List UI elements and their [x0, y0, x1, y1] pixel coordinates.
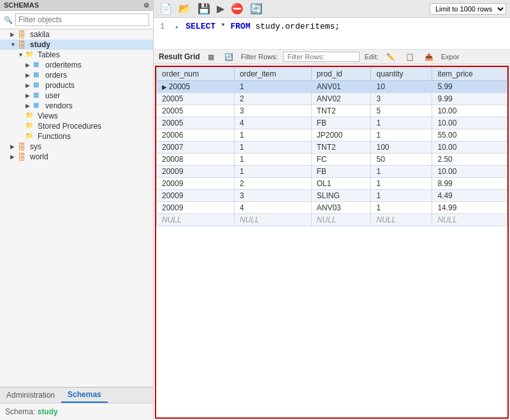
cell-item_price: 5.99 — [432, 81, 507, 93]
toolbar-btn-stop[interactable]: ⛔ — [229, 2, 245, 15]
table-row[interactable]: 200054FB110.00 — [157, 117, 507, 129]
table-row[interactable]: 200071TNT210010.00 — [157, 141, 507, 154]
result-grid-btn[interactable]: ▦ — [205, 52, 217, 62]
arrow-user — [26, 92, 33, 99]
cell-order_item: 4 — [234, 117, 311, 129]
label-vendors: vendors — [45, 101, 73, 110]
col-header-order_item[interactable]: order_item — [234, 68, 311, 81]
cell-order_item: 2 — [234, 178, 311, 190]
tree-item-views[interactable]: 📁 Views — [0, 111, 153, 121]
db-icon-sakila: 🗄 — [18, 30, 28, 39]
cell-item_price: 10.00 — [432, 166, 507, 178]
table-row[interactable]: 200061JP2000155.00 — [157, 129, 507, 141]
cell-order_num: 20005 — [157, 117, 235, 129]
tree-item-stored-procedures[interactable]: 📁 Stored Procedures — [0, 121, 153, 131]
result-area: Result Grid ▦ 🔃 Filter Rows: Edit: ✏️ 📋 … — [154, 50, 510, 420]
tree-item-user[interactable]: ▦ user — [0, 91, 153, 101]
limit-dropdown[interactable]: Limit to 1000 rows — [430, 3, 506, 15]
result-table: order_num order_item prod_id quantity it… — [156, 67, 507, 226]
cell-quantity: 50 — [371, 154, 432, 166]
filter-rows-input[interactable] — [283, 52, 360, 62]
tree-item-tables[interactable]: 📁 Tables — [0, 50, 153, 60]
arrow-study — [10, 41, 18, 48]
table-row[interactable]: ▶ 200051ANV01105.99 — [157, 81, 507, 93]
search-icon: 🔍 — [4, 16, 13, 24]
toolbar-btn-3[interactable]: 💾 — [196, 2, 212, 15]
table-row[interactable]: 200093SLING14.49 — [157, 190, 507, 202]
cell-prod_id: JP2000 — [311, 129, 371, 141]
arrow-orders — [26, 72, 33, 78]
cell-prod_id: OL1 — [311, 178, 371, 190]
folder-icon-stored-procedures: 📁 — [26, 122, 36, 131]
tree-item-functions[interactable]: 📁 Functions — [0, 131, 153, 141]
cell-quantity: NULL — [371, 214, 432, 226]
col-header-item_price[interactable]: item_price — [432, 68, 507, 81]
table-icon-orderitems: ▦ — [33, 61, 43, 69]
sql-editor[interactable]: 1 ● SELECT * FROM study.orderitems; — [154, 18, 510, 50]
label-user: user — [45, 91, 60, 100]
cell-quantity: 1 — [371, 117, 432, 129]
toolbar-btn-2[interactable]: 📂 — [177, 2, 193, 15]
result-table-wrapper: order_num order_item prod_id quantity it… — [155, 66, 509, 419]
table-row[interactable]: 200052ANV0239.99 — [157, 93, 507, 105]
left-panel: SCHEMAS ⚙ 🔍 🗄 sakila 🗄 study 📁 — [0, 0, 154, 420]
cell-order_item: 1 — [234, 154, 311, 166]
table-header-row: order_num order_item prod_id quantity it… — [157, 68, 507, 81]
filter-box[interactable]: 🔍 — [0, 11, 153, 29]
cell-prod_id: TNT2 — [311, 105, 371, 117]
tree-item-orderitems[interactable]: ▦ orderitems — [0, 60, 153, 70]
label-orderitems: orderitems — [45, 61, 82, 69]
table-row[interactable]: 200053TNT2510.00 — [157, 105, 507, 117]
tab-schemas[interactable]: Schemas — [61, 387, 108, 403]
filter-input[interactable] — [15, 13, 149, 26]
edit-pencil-btn[interactable]: ✏️ — [384, 52, 398, 62]
tree-item-products[interactable]: ▦ products — [0, 80, 153, 91]
cell-item_price: 55.00 — [432, 129, 507, 141]
cell-order_item: NULL — [234, 214, 311, 226]
tab-administration[interactable]: Administration — [0, 387, 61, 403]
table-row[interactable]: NULLNULLNULLNULLNULL — [157, 214, 507, 226]
tree-item-world[interactable]: 🗄 world — [0, 152, 153, 162]
label-products: products — [45, 81, 75, 90]
tree-item-vendors[interactable]: ▦ vendors — [0, 101, 153, 111]
cell-order_num: 20005 — [157, 93, 235, 105]
table-row[interactable]: 200091FB110.00 — [157, 166, 507, 178]
cell-prod_id: ANV01 — [311, 81, 371, 93]
result-grid-tab[interactable]: Result Grid — [159, 52, 200, 61]
tree-item-sys[interactable]: 🗄 sys — [0, 141, 153, 152]
filter-rows-label: Filter Rows: — [241, 53, 278, 61]
label-stored-procedures: Stored Procedures — [38, 122, 101, 131]
cell-order_item: 2 — [234, 93, 311, 105]
table-row[interactable]: 200094ANV03114.99 — [157, 202, 507, 214]
cell-order_item: 1 — [234, 129, 311, 141]
col-header-order_num[interactable]: order_num — [157, 68, 235, 81]
arrow-vendors — [26, 103, 33, 109]
cell-order_num: ▶ 20005 — [157, 81, 235, 93]
cell-quantity: 1 — [371, 178, 432, 190]
col-header-quantity[interactable]: quantity — [371, 68, 432, 81]
toolbar-btn-1[interactable]: 📄 — [157, 2, 174, 15]
result-form-btn[interactable]: 🔃 — [222, 52, 236, 62]
tree-item-study[interactable]: 🗄 study — [0, 40, 153, 50]
label-sakila: sakila — [30, 30, 50, 39]
toolbar-btn-refresh[interactable]: 🔄 — [248, 2, 265, 15]
edit-export-btn[interactable]: 📤 — [422, 52, 436, 62]
cell-prod_id: ANV02 — [311, 93, 371, 105]
cell-item_price: 10.00 — [432, 141, 507, 154]
cell-order_item: 3 — [234, 190, 311, 202]
schemas-header-label: SCHEMAS — [4, 1, 39, 9]
keyword-select: SELECT — [186, 22, 215, 31]
row-arrow-icon: ▶ — [162, 83, 169, 91]
toolbar-btn-execute[interactable]: ▶ — [215, 2, 226, 15]
col-header-prod_id[interactable]: prod_id — [311, 68, 371, 81]
cell-prod_id: NULL — [311, 214, 371, 226]
tree-item-sakila[interactable]: 🗄 sakila — [0, 29, 153, 40]
label-views: Views — [38, 112, 58, 120]
cell-order_item: 1 — [234, 166, 311, 178]
edit-copy-btn[interactable]: 📋 — [403, 52, 417, 62]
tree-item-orders[interactable]: ▦ orders — [0, 70, 153, 80]
cell-order_num: NULL — [157, 214, 235, 226]
table-row[interactable]: 200081FC502.50 — [157, 154, 507, 166]
table-row[interactable]: 200092OL118.99 — [157, 178, 507, 190]
table-icon-user: ▦ — [33, 91, 43, 100]
